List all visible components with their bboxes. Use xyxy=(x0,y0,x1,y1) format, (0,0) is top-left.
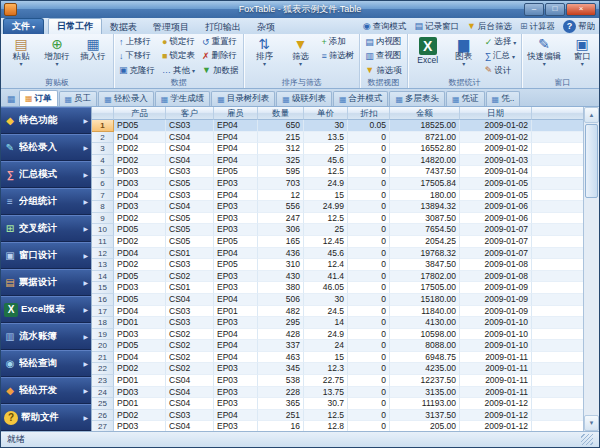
cell[interactable]: EP01 xyxy=(214,306,258,318)
scrollbar-track[interactable] xyxy=(584,123,599,415)
ribbon-tab-3[interactable]: 管理项目 xyxy=(145,20,197,34)
sidebar-item-11[interactable]: ◆轻松开发▶ xyxy=(1,377,91,404)
ribbon-right-button-4[interactable]: ⊞计算器 xyxy=(518,21,557,33)
cell[interactable]: 0 xyxy=(348,236,390,248)
cell[interactable]: 12237.50 xyxy=(390,375,460,387)
cell[interactable]: PD02 xyxy=(114,363,166,375)
ribbon-button[interactable]: ▤粘贴▾ xyxy=(4,35,38,78)
cell[interactable]: EP04 xyxy=(214,410,258,422)
cell[interactable]: EP05 xyxy=(214,166,258,178)
cell[interactable]: EP04 xyxy=(214,132,258,144)
cell[interactable]: EP04 xyxy=(214,190,258,202)
row-number[interactable]: 20 xyxy=(92,340,114,352)
column-header[interactable]: 数量 xyxy=(258,107,304,120)
doc-tab-1[interactable]: ▦订单 xyxy=(19,90,58,106)
cell[interactable]: 24.9 xyxy=(304,178,348,190)
doc-tab-7[interactable]: ▦合并模式 xyxy=(333,91,389,106)
scroll-up-icon[interactable]: ▲ xyxy=(584,107,599,123)
row-number[interactable]: 10 xyxy=(92,224,114,236)
cell[interactable]: 312 xyxy=(258,143,304,155)
cell[interactable]: CS04 xyxy=(166,375,214,387)
cell[interactable]: 14820.00 xyxy=(390,155,460,167)
cell[interactable]: 24.99 xyxy=(304,201,348,213)
ribbon-button[interactable]: ▼筛选项 xyxy=(363,64,403,78)
cell[interactable]: EP05 xyxy=(214,236,258,248)
cell[interactable]: 2009-01-03 xyxy=(460,155,532,167)
resize-grip[interactable] xyxy=(581,434,593,445)
cell[interactable]: CS02 xyxy=(166,352,214,364)
cell[interactable]: 3135.00 xyxy=(390,387,460,399)
ribbon-button[interactable]: ▣窗口▾ xyxy=(565,35,599,78)
cell[interactable]: 0 xyxy=(348,363,390,375)
ribbon-button[interactable]: ✓选择▾ xyxy=(483,35,519,49)
cell[interactable]: 2009-01-05 xyxy=(460,190,532,202)
cell[interactable]: 538 xyxy=(258,375,304,387)
minimize-button[interactable]: – xyxy=(524,3,544,16)
cell[interactable]: 251 xyxy=(258,410,304,422)
ribbon-button[interactable]: ✗删除行 xyxy=(200,49,240,63)
cell[interactable]: 24.9 xyxy=(304,329,348,341)
ribbon-tab-1[interactable]: 日常工作 xyxy=(48,18,102,34)
column-header[interactable]: 雇员 xyxy=(214,107,258,120)
cell[interactable]: CS02 xyxy=(166,340,214,352)
sidebar-item-10[interactable]: ◉轻松查询▶ xyxy=(1,350,91,377)
row-number[interactable]: 19 xyxy=(92,329,114,341)
cell[interactable]: 6948.75 xyxy=(390,352,460,364)
cell[interactable]: 2009-01-12 xyxy=(460,398,532,410)
row-number[interactable]: 1 xyxy=(92,120,114,132)
cell[interactable]: 2009-01-11 xyxy=(460,363,532,375)
row-number[interactable]: 4 xyxy=(92,155,114,167)
ribbon-right-button-5[interactable]: ?帮助 xyxy=(561,20,597,33)
cell[interactable]: CS03 xyxy=(166,166,214,178)
cell[interactable]: 0 xyxy=(348,271,390,283)
cell[interactable]: PD02 xyxy=(114,410,166,422)
doc-tab-9[interactable]: ▦凭证 xyxy=(446,91,485,106)
cell[interactable]: 325 xyxy=(258,155,304,167)
cell[interactable]: 428 xyxy=(258,329,304,341)
cell[interactable]: PD02 xyxy=(114,143,166,155)
scroll-down-icon[interactable]: ▼ xyxy=(584,415,599,431)
ribbon-right-button-3[interactable]: ▼后台筛选 xyxy=(465,21,514,33)
cell[interactable]: 2009-01-09 xyxy=(460,294,532,306)
cell[interactable]: 0 xyxy=(348,213,390,225)
sidebar-item-12[interactable]: ?帮助文件▶ xyxy=(1,404,91,431)
ribbon-button[interactable]: ▥查视图 xyxy=(363,49,403,63)
cell[interactable]: 12 xyxy=(258,190,304,202)
cell[interactable]: 482 xyxy=(258,306,304,318)
cell[interactable]: PD05 xyxy=(114,224,166,236)
cell[interactable]: 41.4 xyxy=(304,271,348,283)
ribbon-right-button-1[interactable]: ◉查询模式 xyxy=(361,21,409,33)
cell[interactable]: 2009-01-09 xyxy=(460,306,532,318)
cell[interactable]: CS01 xyxy=(166,248,214,260)
cell[interactable]: 0 xyxy=(348,201,390,213)
cell[interactable]: CS05 xyxy=(166,213,214,225)
close-button[interactable]: × xyxy=(566,3,596,16)
cell[interactable]: CS02 xyxy=(166,363,214,375)
grid-corner[interactable] xyxy=(92,107,114,120)
cell[interactable]: 2009-01-11 xyxy=(460,375,532,387)
cell[interactable]: PD02 xyxy=(114,236,166,248)
cell[interactable]: 0 xyxy=(348,387,390,399)
cell[interactable]: 703 xyxy=(258,178,304,190)
doc-tab-3[interactable]: ▦轻松录入 xyxy=(98,91,154,106)
cell[interactable]: 0 xyxy=(348,166,390,178)
cell[interactable]: 0 xyxy=(348,398,390,410)
row-number[interactable]: 13 xyxy=(92,259,114,271)
column-header[interactable]: 单价 xyxy=(304,107,348,120)
row-number[interactable]: 15 xyxy=(92,282,114,294)
cell[interactable]: 4130.00 xyxy=(390,317,460,329)
doc-tab-6[interactable]: ▦级联列表 xyxy=(276,91,332,106)
ribbon-button[interactable]: ≡筛选树 xyxy=(319,49,356,63)
cell[interactable]: 2009-01-02 xyxy=(460,132,532,144)
cell[interactable]: PD05 xyxy=(114,340,166,352)
ribbon-button[interactable]: ▼加数据 xyxy=(200,64,240,78)
cell[interactable]: 2009-01-11 xyxy=(460,352,532,364)
cell[interactable]: 365 xyxy=(258,398,304,410)
cell[interactable]: 430 xyxy=(258,271,304,283)
cell[interactable]: PD03 xyxy=(114,282,166,294)
column-header[interactable]: 产品 xyxy=(114,107,166,120)
cell[interactable]: 2009-01-04 xyxy=(460,166,532,178)
cell[interactable]: PD04 xyxy=(114,132,166,144)
cell[interactable]: 25 xyxy=(304,224,348,236)
cell[interactable]: 12.45 xyxy=(304,236,348,248)
